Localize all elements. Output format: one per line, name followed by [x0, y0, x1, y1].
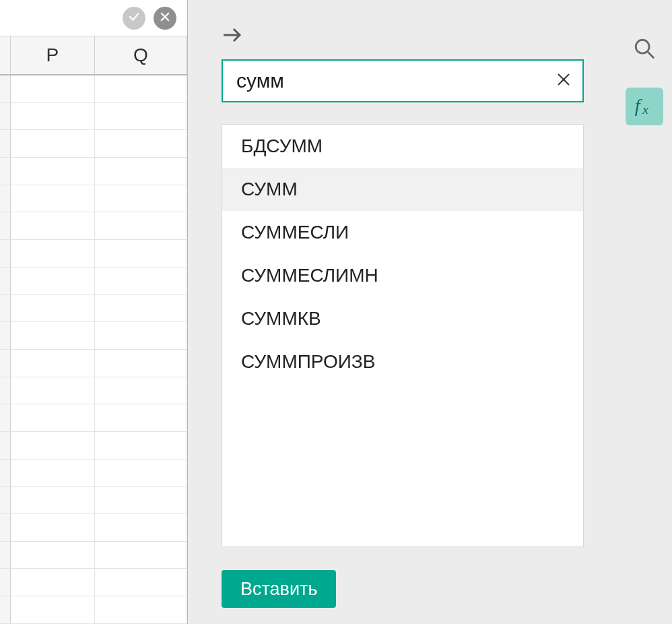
- grid-row: [0, 158, 187, 185]
- row-header[interactable]: [0, 103, 11, 130]
- cell[interactable]: [95, 130, 187, 157]
- cell[interactable]: [95, 158, 187, 185]
- cell[interactable]: [11, 460, 95, 487]
- cell[interactable]: [95, 268, 187, 294]
- row-header[interactable]: [0, 185, 11, 212]
- cell[interactable]: [95, 514, 187, 541]
- row-header[interactable]: [0, 268, 11, 294]
- cell[interactable]: [95, 487, 187, 513]
- row-header[interactable]: [0, 542, 11, 569]
- confirm-entry-button[interactable]: [123, 7, 145, 30]
- cell[interactable]: [95, 295, 187, 322]
- cell[interactable]: [11, 350, 95, 377]
- row-header[interactable]: [0, 377, 11, 404]
- cell[interactable]: [11, 130, 95, 157]
- cell[interactable]: [95, 542, 187, 569]
- svg-line-6: [647, 51, 654, 58]
- cell[interactable]: [11, 268, 95, 294]
- row-header[interactable]: [0, 75, 11, 102]
- cell[interactable]: [95, 350, 187, 377]
- search-icon: [633, 37, 656, 63]
- collapse-panel-button[interactable]: [222, 26, 243, 47]
- cell[interactable]: [95, 404, 187, 431]
- grid-row: [0, 322, 187, 350]
- function-result-item[interactable]: СУММЕСЛИМН: [222, 254, 583, 297]
- cell[interactable]: [11, 432, 95, 459]
- function-result-item[interactable]: СУММЕСЛИ: [222, 211, 583, 254]
- row-header[interactable]: [0, 596, 11, 623]
- row-header[interactable]: [0, 322, 11, 349]
- svg-text:f: f: [635, 95, 643, 116]
- row-header[interactable]: [0, 158, 11, 185]
- svg-text:x: x: [642, 102, 648, 117]
- cell[interactable]: [95, 240, 187, 267]
- grid-row: [0, 432, 187, 460]
- row-header[interactable]: [0, 350, 11, 377]
- cell[interactable]: [95, 377, 187, 404]
- cell[interactable]: [95, 322, 187, 349]
- function-results-list: БДСУММ СУММ СУММЕСЛИ СУММЕСЛИМН СУММКВ С…: [222, 124, 584, 547]
- cell[interactable]: [11, 596, 95, 623]
- cell[interactable]: [11, 542, 95, 569]
- row-header[interactable]: [0, 487, 11, 513]
- cell[interactable]: [95, 432, 187, 459]
- cell[interactable]: [11, 212, 95, 239]
- cell[interactable]: [11, 185, 95, 212]
- x-icon: [556, 71, 572, 90]
- cell[interactable]: [95, 460, 187, 487]
- row-header[interactable]: [0, 460, 11, 487]
- cell[interactable]: [11, 295, 95, 322]
- grid-row: [0, 350, 187, 377]
- grid-rows: [0, 75, 187, 624]
- cell[interactable]: [11, 404, 95, 431]
- column-headers: P Q: [0, 36, 187, 75]
- svg-point-5: [636, 40, 649, 53]
- fx-icon: f x: [633, 94, 656, 119]
- function-result-item[interactable]: БДСУММ: [222, 125, 583, 168]
- search-tool-button[interactable]: [626, 31, 663, 69]
- function-panel: БДСУММ СУММ СУММЕСЛИ СУММЕСЛИМН СУММКВ С…: [187, 0, 672, 624]
- grid-row: [0, 268, 187, 295]
- cell[interactable]: [95, 185, 187, 212]
- cell[interactable]: [11, 158, 95, 185]
- function-tool-button[interactable]: f x: [626, 88, 663, 125]
- x-icon: [159, 11, 171, 26]
- row-header[interactable]: [0, 212, 11, 239]
- grid-row: [0, 295, 187, 323]
- grid-row: [0, 569, 187, 596]
- cancel-entry-button[interactable]: [154, 7, 176, 30]
- clear-search-button[interactable]: [554, 71, 573, 90]
- cell[interactable]: [95, 212, 187, 239]
- column-header-p[interactable]: P: [11, 36, 95, 74]
- cell[interactable]: [11, 240, 95, 267]
- row-header[interactable]: [0, 130, 11, 157]
- cell[interactable]: [95, 596, 187, 623]
- row-header[interactable]: [0, 432, 11, 459]
- cell[interactable]: [11, 75, 95, 102]
- cell[interactable]: [11, 487, 95, 513]
- function-result-item[interactable]: СУММ: [222, 168, 583, 211]
- cell[interactable]: [11, 103, 95, 130]
- check-icon: [128, 11, 140, 26]
- cell[interactable]: [11, 569, 95, 596]
- grid-row: [0, 75, 187, 103]
- function-result-item[interactable]: СУММПРОИЗВ: [222, 340, 583, 383]
- cell[interactable]: [11, 514, 95, 541]
- row-header[interactable]: [0, 240, 11, 267]
- cell[interactable]: [95, 569, 187, 596]
- row-header[interactable]: [0, 514, 11, 541]
- cell[interactable]: [95, 75, 187, 102]
- row-header[interactable]: [0, 404, 11, 431]
- function-search-input[interactable]: [236, 69, 545, 92]
- cell[interactable]: [11, 377, 95, 404]
- row-header[interactable]: [0, 295, 11, 322]
- column-header-q[interactable]: Q: [95, 36, 187, 74]
- grid-row: [0, 185, 187, 213]
- function-result-item[interactable]: СУММКВ: [222, 297, 583, 340]
- insert-function-button[interactable]: Вставить: [222, 570, 336, 608]
- grid-row: [0, 130, 187, 158]
- cell[interactable]: [11, 322, 95, 349]
- cell[interactable]: [95, 103, 187, 130]
- row-header-gutter[interactable]: [0, 36, 11, 74]
- row-header[interactable]: [0, 569, 11, 596]
